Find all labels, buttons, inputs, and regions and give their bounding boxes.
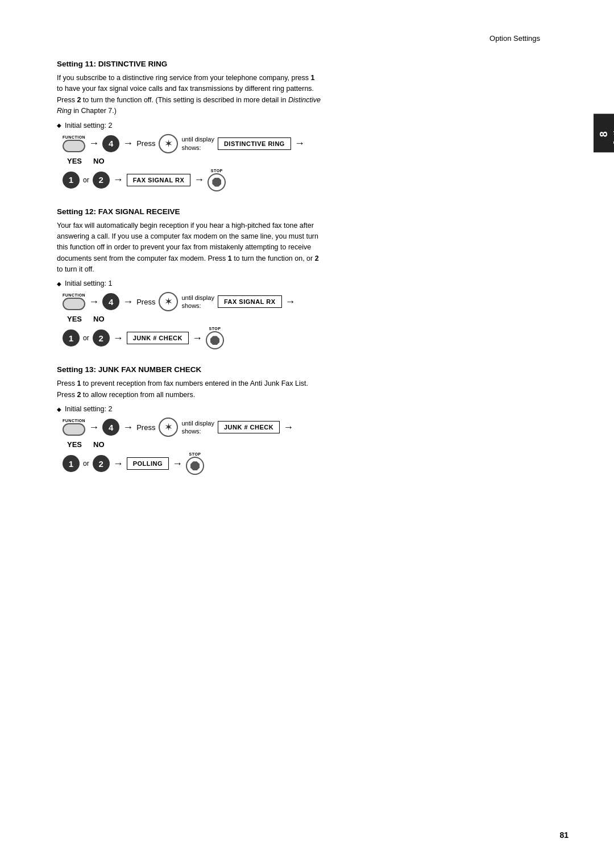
section-12: Setting 12: FAX SIGNAL RECEIVE Your fax … — [57, 207, 569, 350]
display-junk-check-13: JUNK # CHECK — [218, 421, 280, 433]
yes-no-labels-3: YES NO — [67, 440, 105, 449]
section-11: Setting 11: DISTINCTIVE RING If you subs… — [57, 60, 569, 191]
stop-button-13[interactable]: STOP — [186, 452, 204, 475]
diagram-12-row2: 1 or 2 → JUNK # CHECK → STOP — [63, 327, 569, 349]
side-tab: 8 Option Setting — [594, 114, 614, 152]
no-label: NO — [93, 157, 105, 165]
stop-button-12[interactable]: STOP — [206, 327, 224, 349]
section-11-title: Setting 11: DISTINCTIVE RING — [57, 60, 569, 68]
arrow-13-2: → — [123, 422, 133, 433]
until-display-12: until display shows: — [181, 294, 214, 310]
arrow-2: → — [123, 137, 133, 149]
page: 8 Option Setting Option Settings Setting… — [0, 0, 614, 868]
star-button[interactable]: ✶ — [159, 134, 178, 153]
section-11-body: If you subscribe to a distinctive ring s… — [57, 73, 569, 117]
arrow-4: → — [113, 174, 123, 186]
stop-circle-12 — [206, 331, 224, 349]
section-12-title: Setting 12: FAX SIGNAL RECEIVE — [57, 207, 569, 216]
num-1-button-13[interactable]: 1 — [63, 455, 80, 472]
function-button-12[interactable]: FUNCTION — [63, 293, 85, 310]
function-oval-13 — [63, 423, 85, 436]
display-junk-check-12: JUNK # CHECK — [127, 332, 189, 344]
until-display-13: until display shows: — [181, 419, 214, 436]
arrow-13-3: → — [283, 422, 293, 433]
or-text: or — [83, 176, 89, 184]
arrow-1: → — [89, 137, 99, 149]
num-2-button[interactable]: 2 — [93, 172, 110, 189]
diamond-icon-3: ◆ — [57, 406, 61, 412]
function-button[interactable]: FUNCTION — [63, 135, 85, 152]
section-11-diagram: FUNCTION → 4 → Press ✶ until display sho… — [63, 134, 569, 191]
section-13-title: Setting 13: JUNK FAX NUMBER CHECK — [57, 365, 569, 374]
section-13-diagram: FUNCTION → 4 → Press ✶ until display sho… — [63, 418, 569, 475]
stop-icon-13 — [190, 461, 200, 470]
or-text-12: or — [83, 334, 89, 342]
diagram-13-row2: 1 or 2 → POLLING → STOP — [63, 452, 569, 475]
arrow-13-1: → — [89, 422, 99, 433]
arrow-12-5: → — [192, 332, 202, 344]
function-oval — [63, 140, 85, 152]
star-button-13[interactable]: ✶ — [159, 418, 178, 437]
side-tab-number: 8 — [598, 131, 610, 137]
display-distinctive-ring: DISTINCTIVE RING — [218, 137, 291, 150]
arrow-12-2: → — [123, 296, 133, 308]
arrow-3: → — [294, 137, 305, 149]
yes-label-3: YES — [67, 440, 82, 449]
arrow-12-3: → — [285, 296, 296, 308]
page-number: 81 — [559, 831, 569, 840]
stop-circle-13 — [186, 457, 204, 475]
stop-icon — [212, 178, 221, 187]
diagram-13-row1: FUNCTION → 4 → Press ✶ until display sho… — [63, 418, 569, 437]
no-label-2: NO — [93, 315, 105, 323]
section-13: Setting 13: JUNK FAX NUMBER CHECK Press … — [57, 365, 569, 475]
section-13-body: Press 1 to prevent reception from fax nu… — [57, 378, 569, 400]
section-13-initial: ◆ Initial setting: 2 — [57, 405, 569, 413]
section-12-initial: ◆ Initial setting: 1 — [57, 279, 569, 287]
header-title: Option Settings — [489, 34, 540, 43]
num-4-button[interactable]: 4 — [102, 135, 119, 152]
display-fax-signal-rx-12: FAX SIGNAL RX — [218, 295, 282, 308]
stop-button[interactable]: STOP — [208, 169, 226, 191]
yes-no-row-3: YES NO — [63, 440, 569, 449]
star-button-12[interactable]: ✶ — [159, 292, 178, 311]
arrow-13-5: → — [172, 458, 182, 470]
page-header: Option Settings — [57, 34, 569, 43]
press-label-12: Press — [136, 298, 155, 306]
yes-no-labels: YES NO — [67, 157, 105, 165]
function-oval-12 — [63, 298, 85, 310]
diagram-12-row1: FUNCTION → 4 → Press ✶ until display sho… — [63, 292, 569, 311]
num-4-button-13[interactable]: 4 — [102, 419, 119, 436]
stop-circle — [208, 173, 226, 191]
yes-no-row-1: YES NO — [63, 157, 569, 165]
press-label-13: Press — [136, 423, 155, 432]
press-label: Press — [136, 139, 155, 148]
diamond-icon-2: ◆ — [57, 281, 61, 287]
section-11-initial: ◆ Initial setting: 2 — [57, 122, 569, 130]
num-4-button-12[interactable]: 4 — [102, 293, 119, 310]
diamond-icon: ◆ — [57, 122, 61, 128]
section-12-diagram: FUNCTION → 4 → Press ✶ until display sho… — [63, 292, 569, 349]
num-2-button-13[interactable]: 2 — [93, 455, 110, 472]
yes-label-2: YES — [67, 315, 82, 323]
yes-no-row-2: YES NO — [63, 315, 569, 323]
num-2-button-12[interactable]: 2 — [93, 329, 110, 347]
yes-label: YES — [67, 157, 82, 165]
display-fax-signal-rx: FAX SIGNAL RX — [127, 174, 191, 186]
diagram-row1: FUNCTION → 4 → Press ✶ until display sho… — [63, 134, 569, 153]
arrow-12-4: → — [113, 332, 123, 344]
num-1-button-12[interactable]: 1 — [63, 329, 80, 347]
display-polling-13: POLLING — [127, 457, 169, 470]
until-display: until display shows: — [181, 135, 214, 152]
arrow-5: → — [194, 174, 204, 186]
diagram-row2: 1 or 2 → FAX SIGNAL RX → STOP — [63, 169, 569, 191]
yes-no-labels-2: YES NO — [67, 315, 105, 323]
section-12-body: Your fax will automatically begin recept… — [57, 220, 569, 276]
arrow-13-4: → — [113, 458, 123, 470]
stop-icon-12 — [210, 336, 219, 345]
arrow-12-1: → — [89, 296, 99, 308]
num-1-button[interactable]: 1 — [63, 172, 80, 189]
function-button-13[interactable]: FUNCTION — [63, 419, 85, 436]
no-label-3: NO — [93, 440, 105, 449]
or-text-13: or — [83, 460, 89, 468]
